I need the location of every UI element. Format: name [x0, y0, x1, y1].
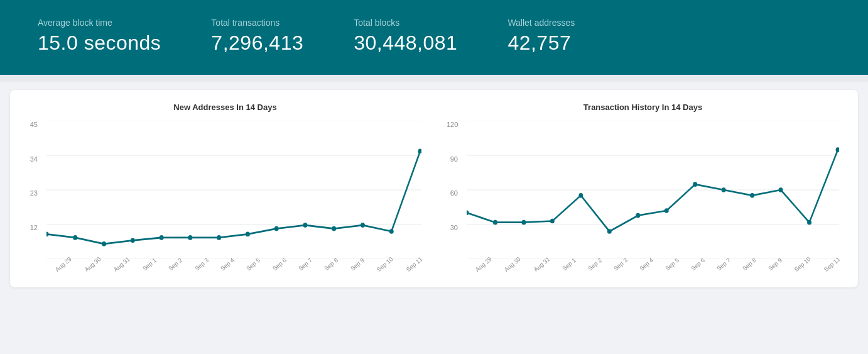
y-label-45: 45	[29, 121, 41, 128]
avg-block-time-value: 15.0 seconds	[38, 31, 161, 55]
svg-point-24	[467, 210, 469, 215]
svg-point-7	[102, 241, 106, 246]
charts-section: New Addresses In 14 Days 45 34 23 12	[10, 90, 858, 287]
y-label-23: 23	[29, 189, 41, 197]
y-label-34: 34	[29, 155, 41, 163]
new-addresses-chart: New Addresses In 14 Days 45 34 23 12	[29, 102, 421, 268]
svg-point-11	[217, 235, 221, 240]
svg-point-18	[418, 149, 421, 154]
svg-point-30	[636, 213, 640, 218]
new-addresses-title: New Addresses In 14 Days	[29, 102, 421, 112]
wallet-addresses-value: 42,757	[507, 31, 575, 55]
svg-point-6	[73, 235, 77, 240]
svg-point-32	[693, 182, 697, 187]
svg-point-5	[46, 232, 48, 237]
total-transactions-label: Total transactions	[211, 18, 303, 28]
svg-point-29	[607, 229, 612, 234]
header-banner: Average block time 15.0 seconds Total tr…	[0, 0, 868, 75]
stat-wallet-addresses: Wallet addresses 42,757	[507, 18, 575, 55]
svg-point-33	[722, 187, 726, 192]
svg-point-14	[303, 223, 307, 228]
svg-point-27	[550, 219, 555, 224]
transaction-history-chart: Transaction History In 14 Days 120 90 60…	[447, 102, 839, 268]
svg-point-16	[361, 223, 365, 228]
svg-point-25	[493, 220, 497, 225]
svg-point-28	[578, 193, 583, 198]
transaction-history-title: Transaction History In 14 Days	[447, 102, 839, 112]
svg-point-12	[246, 232, 250, 237]
y-label-90: 90	[447, 155, 462, 163]
svg-point-8	[131, 238, 135, 243]
new-addresses-svg	[46, 121, 421, 259]
wallet-addresses-label: Wallet addresses	[507, 18, 575, 28]
y-label-120: 120	[447, 121, 462, 128]
svg-point-10	[188, 235, 192, 240]
y-label-30: 30	[447, 224, 462, 231]
section-separator	[0, 75, 868, 82]
stat-total-blocks: Total blocks 30,448,081	[354, 18, 457, 55]
total-blocks-label: Total blocks	[354, 18, 457, 28]
svg-point-26	[521, 220, 526, 225]
svg-point-13	[274, 226, 279, 231]
svg-point-34	[750, 193, 754, 198]
stat-avg-block-time: Average block time 15.0 seconds	[38, 18, 161, 55]
total-transactions-value: 7,296,413	[211, 31, 303, 55]
svg-point-37	[836, 147, 839, 152]
svg-point-9	[160, 235, 164, 240]
total-blocks-value: 30,448,081	[354, 31, 457, 55]
svg-point-15	[332, 226, 336, 231]
svg-point-17	[389, 229, 394, 234]
y-label-60: 60	[447, 189, 462, 197]
svg-point-35	[779, 187, 783, 192]
transaction-history-svg	[467, 121, 839, 259]
svg-point-31	[665, 208, 669, 213]
y-label-12: 12	[29, 224, 41, 231]
avg-block-time-label: Average block time	[38, 18, 161, 28]
stat-total-transactions: Total transactions 7,296,413	[211, 18, 303, 55]
svg-point-36	[807, 220, 811, 225]
